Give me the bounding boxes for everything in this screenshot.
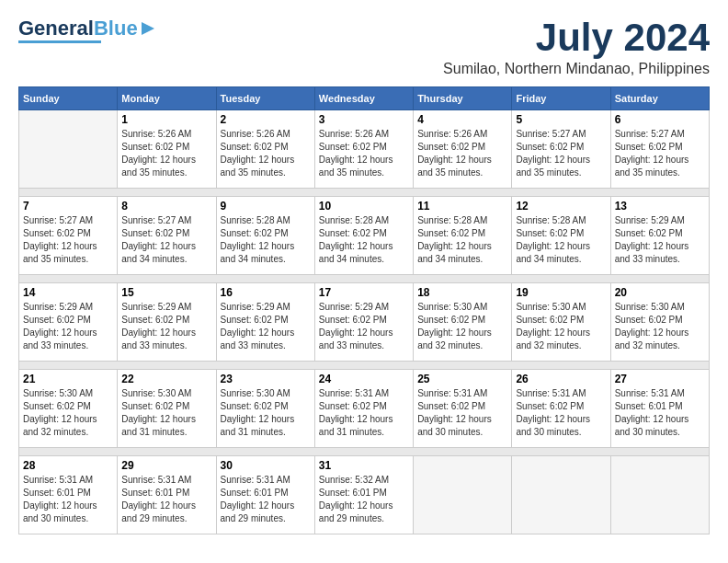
calendar-day-cell: 10Sunrise: 5:28 AM Sunset: 6:02 PM Dayli…	[314, 197, 413, 275]
calendar-day-cell: 12Sunrise: 5:28 AM Sunset: 6:02 PM Dayli…	[512, 197, 610, 275]
calendar-day-cell	[610, 456, 709, 534]
day-number: 22	[121, 373, 211, 385]
day-number: 6	[615, 113, 705, 126]
calendar-week-row: 1Sunrise: 5:26 AM Sunset: 6:02 PM Daylig…	[19, 110, 710, 189]
day-info: Sunrise: 5:28 AM Sunset: 6:02 PM Dayligh…	[417, 214, 507, 266]
week-separator	[19, 448, 710, 456]
calendar-day-cell: 1Sunrise: 5:26 AM Sunset: 6:02 PM Daylig…	[118, 110, 216, 189]
day-number: 19	[516, 286, 606, 299]
day-info: Sunrise: 5:30 AM Sunset: 6:02 PM Dayligh…	[417, 301, 507, 352]
day-info: Sunrise: 5:28 AM Sunset: 6:02 PM Dayligh…	[319, 214, 409, 266]
day-info: Sunrise: 5:31 AM Sunset: 6:01 PM Dayligh…	[23, 474, 113, 525]
calendar-week-row: 28Sunrise: 5:31 AM Sunset: 6:01 PM Dayli…	[19, 456, 710, 534]
day-number: 9	[221, 200, 311, 213]
logo-text: GeneralBlue	[18, 18, 138, 39]
calendar-day-cell: 4Sunrise: 5:26 AM Sunset: 6:02 PM Daylig…	[414, 110, 512, 189]
day-info: Sunrise: 5:31 AM Sunset: 6:02 PM Dayligh…	[516, 387, 606, 439]
day-number: 5	[516, 113, 606, 126]
day-info: Sunrise: 5:27 AM Sunset: 6:02 PM Dayligh…	[615, 128, 705, 179]
day-info: Sunrise: 5:27 AM Sunset: 6:02 PM Dayligh…	[121, 214, 211, 266]
day-info: Sunrise: 5:31 AM Sunset: 6:01 PM Dayligh…	[221, 474, 311, 525]
calendar-day-cell: 19Sunrise: 5:30 AM Sunset: 6:02 PM Dayli…	[512, 283, 610, 362]
location-subtitle: Sumilao, Northern Mindanao, Philippines	[443, 61, 710, 77]
calendar-day-cell: 8Sunrise: 5:27 AM Sunset: 6:02 PM Daylig…	[118, 197, 216, 275]
day-number: 11	[417, 200, 507, 213]
day-number: 3	[319, 113, 409, 126]
day-info: Sunrise: 5:28 AM Sunset: 6:02 PM Dayligh…	[516, 214, 606, 266]
calendar-day-header: Sunday	[19, 87, 118, 110]
calendar-day-cell: 9Sunrise: 5:28 AM Sunset: 6:02 PM Daylig…	[216, 197, 314, 275]
day-info: Sunrise: 5:27 AM Sunset: 6:02 PM Dayligh…	[23, 214, 113, 266]
calendar-day-cell	[414, 456, 512, 534]
day-number: 26	[516, 373, 606, 385]
day-number: 31	[319, 459, 409, 472]
day-info: Sunrise: 5:27 AM Sunset: 6:02 PM Dayligh…	[516, 128, 606, 179]
title-section: July 2024 Sumilao, Northern Mindanao, Ph…	[443, 18, 710, 77]
day-number: 10	[319, 200, 409, 213]
day-number: 2	[221, 113, 311, 126]
calendar-table: SundayMondayTuesdayWednesdayThursdayFrid…	[18, 86, 710, 534]
calendar-day-cell: 28Sunrise: 5:31 AM Sunset: 6:01 PM Dayli…	[19, 456, 118, 534]
week-separator	[19, 362, 710, 370]
day-info: Sunrise: 5:29 AM Sunset: 6:02 PM Dayligh…	[23, 301, 113, 352]
day-info: Sunrise: 5:31 AM Sunset: 6:02 PM Dayligh…	[319, 387, 409, 439]
day-info: Sunrise: 5:31 AM Sunset: 6:01 PM Dayligh…	[121, 474, 211, 525]
day-number: 1	[121, 113, 211, 126]
day-number: 28	[23, 459, 113, 472]
calendar-week-row: 21Sunrise: 5:30 AM Sunset: 6:02 PM Dayli…	[19, 370, 710, 448]
calendar-day-cell: 16Sunrise: 5:29 AM Sunset: 6:02 PM Dayli…	[216, 283, 314, 362]
calendar-day-cell	[512, 456, 610, 534]
day-info: Sunrise: 5:32 AM Sunset: 6:01 PM Dayligh…	[319, 474, 409, 525]
calendar-day-cell	[19, 110, 118, 189]
day-number: 27	[615, 373, 705, 385]
calendar-day-cell: 11Sunrise: 5:28 AM Sunset: 6:02 PM Dayli…	[414, 197, 512, 275]
page-header: GeneralBlue July 2024 Sumilao, Northern …	[18, 18, 710, 77]
day-info: Sunrise: 5:30 AM Sunset: 6:02 PM Dayligh…	[23, 387, 113, 439]
svg-marker-0	[142, 22, 154, 35]
day-number: 29	[121, 459, 211, 472]
day-info: Sunrise: 5:26 AM Sunset: 6:02 PM Dayligh…	[221, 128, 311, 179]
calendar-day-cell: 5Sunrise: 5:27 AM Sunset: 6:02 PM Daylig…	[512, 110, 610, 189]
calendar-day-header: Wednesday	[314, 87, 413, 110]
day-number: 7	[23, 200, 113, 213]
day-number: 30	[221, 459, 311, 472]
day-number: 20	[615, 286, 705, 299]
week-separator	[19, 189, 710, 197]
day-info: Sunrise: 5:29 AM Sunset: 6:02 PM Dayligh…	[121, 301, 211, 352]
calendar-day-cell: 29Sunrise: 5:31 AM Sunset: 6:01 PM Dayli…	[118, 456, 216, 534]
day-info: Sunrise: 5:26 AM Sunset: 6:02 PM Dayligh…	[121, 128, 211, 179]
day-number: 23	[221, 373, 311, 385]
calendar-day-cell: 21Sunrise: 5:30 AM Sunset: 6:02 PM Dayli…	[19, 370, 118, 448]
calendar-day-header: Saturday	[610, 87, 709, 110]
day-number: 12	[516, 200, 606, 213]
day-number: 16	[221, 286, 311, 299]
day-info: Sunrise: 5:30 AM Sunset: 6:02 PM Dayligh…	[615, 301, 705, 352]
calendar-day-cell: 14Sunrise: 5:29 AM Sunset: 6:02 PM Dayli…	[19, 283, 118, 362]
calendar-day-header: Tuesday	[216, 87, 314, 110]
month-year-title: July 2024	[443, 18, 710, 57]
day-info: Sunrise: 5:29 AM Sunset: 6:02 PM Dayligh…	[615, 214, 705, 266]
calendar-day-cell: 31Sunrise: 5:32 AM Sunset: 6:01 PM Dayli…	[314, 456, 413, 534]
day-number: 24	[319, 373, 409, 385]
day-info: Sunrise: 5:31 AM Sunset: 6:02 PM Dayligh…	[417, 387, 507, 439]
day-number: 17	[319, 286, 409, 299]
logo: GeneralBlue	[18, 18, 156, 43]
calendar-day-cell: 15Sunrise: 5:29 AM Sunset: 6:02 PM Dayli…	[118, 283, 216, 362]
day-info: Sunrise: 5:29 AM Sunset: 6:02 PM Dayligh…	[221, 301, 311, 352]
calendar-day-cell: 25Sunrise: 5:31 AM Sunset: 6:02 PM Dayli…	[414, 370, 512, 448]
week-separator	[19, 275, 710, 283]
day-number: 18	[417, 286, 507, 299]
calendar-day-cell: 22Sunrise: 5:30 AM Sunset: 6:02 PM Dayli…	[118, 370, 216, 448]
calendar-day-cell: 3Sunrise: 5:26 AM Sunset: 6:02 PM Daylig…	[314, 110, 413, 189]
day-info: Sunrise: 5:30 AM Sunset: 6:02 PM Dayligh…	[221, 387, 311, 439]
calendar-day-cell: 26Sunrise: 5:31 AM Sunset: 6:02 PM Dayli…	[512, 370, 610, 448]
calendar-day-cell: 17Sunrise: 5:29 AM Sunset: 6:02 PM Dayli…	[314, 283, 413, 362]
day-number: 25	[417, 373, 507, 385]
day-info: Sunrise: 5:26 AM Sunset: 6:02 PM Dayligh…	[417, 128, 507, 179]
calendar-day-cell: 13Sunrise: 5:29 AM Sunset: 6:02 PM Dayli…	[610, 197, 709, 275]
day-info: Sunrise: 5:29 AM Sunset: 6:02 PM Dayligh…	[319, 301, 409, 352]
calendar-day-cell: 18Sunrise: 5:30 AM Sunset: 6:02 PM Dayli…	[414, 283, 512, 362]
calendar-day-cell: 20Sunrise: 5:30 AM Sunset: 6:02 PM Dayli…	[610, 283, 709, 362]
day-number: 15	[121, 286, 211, 299]
day-number: 13	[615, 200, 705, 213]
